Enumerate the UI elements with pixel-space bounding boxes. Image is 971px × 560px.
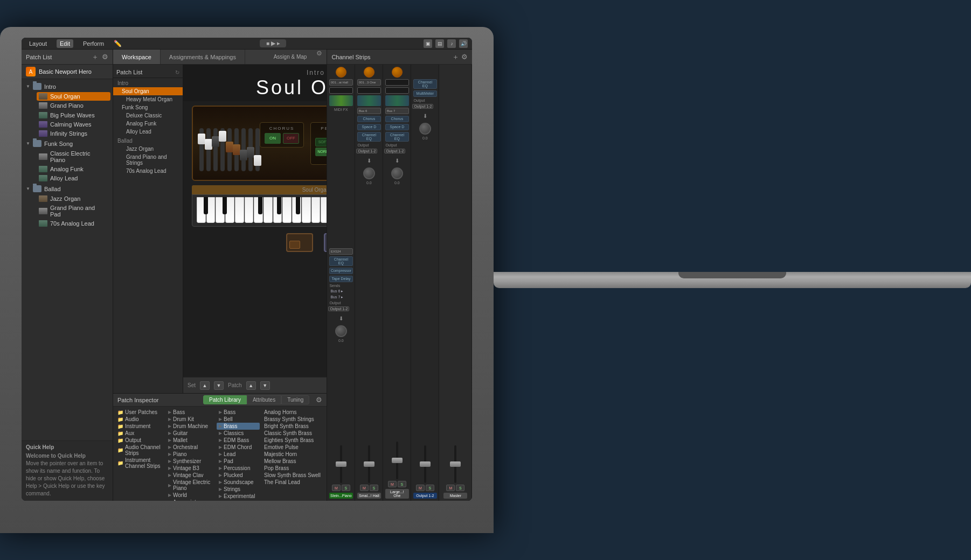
menu-layout[interactable]: Layout	[26, 39, 50, 48]
tree-group-ballad-header[interactable]: ▼ Ballad	[22, 184, 113, 194]
drawbar-track-6[interactable]	[234, 128, 239, 171]
solo-btn-3[interactable]: S	[398, 481, 406, 487]
pi-synthesizer[interactable]: ▶ Synthesizer	[166, 458, 214, 465]
fader-handle-master[interactable]	[450, 461, 461, 467]
tree-group-intro-header[interactable]: ▼ Intro	[22, 81, 113, 92]
white-key-10[interactable]	[282, 197, 292, 223]
audio-fx-2c[interactable]: Channel EQ	[357, 132, 381, 142]
drawbar-handle-6[interactable]	[233, 144, 240, 155]
audio-fx-2a[interactable]: Chorus	[357, 116, 381, 122]
patch-inspector-settings[interactable]: ⚙	[316, 396, 322, 404]
ws-patch-grand-strings[interactable]: Grand Piano and Strings	[113, 153, 183, 167]
expression-knob-3[interactable]	[392, 67, 403, 78]
pi-drum-machine[interactable]: ▶ Drum Machine	[166, 423, 214, 430]
channel-strips-add-btn[interactable]: ＋	[452, 52, 459, 62]
fader-handle-1[interactable]	[336, 461, 346, 467]
display-btn-2[interactable]: ▤	[435, 39, 444, 48]
mute-btn-1[interactable]: M	[332, 485, 341, 491]
pi-mellow-brass[interactable]: Mellow Brass	[262, 458, 327, 465]
white-key-6[interactable]	[245, 197, 254, 223]
down-arrow-3[interactable]: ⬇	[392, 155, 403, 166]
drawbar-track-1[interactable]	[199, 128, 204, 171]
white-key-9[interactable]	[273, 197, 282, 223]
drawbar-track-3[interactable]	[213, 128, 218, 171]
patch-item-calming[interactable]: Calming Waves	[24, 120, 110, 129]
patch-item-big-pulse[interactable]: Big Pulse Waves	[24, 111, 110, 120]
white-key-14[interactable]	[321, 197, 327, 223]
white-key-4[interactable]	[225, 197, 234, 223]
drawbar-handle-9[interactable]	[254, 155, 261, 166]
pi-tab-library[interactable]: Patch Library	[203, 395, 247, 404]
pi-plucked[interactable]: ▶ Plucked	[217, 472, 260, 479]
audio-fx-1a[interactable]: Channel EQ	[329, 256, 353, 266]
ws-patch-heavy-metal[interactable]: Heavy Metal Organ	[113, 95, 183, 103]
audio-fx-1c[interactable]: Tape Delay	[329, 276, 353, 282]
pi-analog-horns[interactable]: Analog Horns	[262, 409, 327, 416]
audio-btn[interactable]: ♪	[447, 39, 456, 48]
pi-bell[interactable]: ▶ Bell	[217, 416, 260, 423]
pi-pad[interactable]: ▶ Pad	[217, 458, 260, 465]
fader-handle-2[interactable]	[364, 461, 374, 467]
audio-fx-1b[interactable]: Compressor	[329, 268, 353, 274]
white-key-8[interactable]	[263, 197, 273, 223]
output-btn-4[interactable]: Output 1-2	[412, 104, 433, 109]
pedal-icon-1[interactable]	[286, 233, 313, 252]
pan-knob-3[interactable]	[391, 167, 403, 179]
set-next-btn[interactable]: ▼	[214, 381, 224, 390]
audio-fx-2b[interactable]: Space D	[357, 124, 381, 130]
white-key-5[interactable]	[235, 197, 244, 223]
pi-experimental[interactable]: ▶ Experimental	[217, 493, 260, 500]
pi-audio[interactable]: 📁 Audio	[115, 416, 164, 423]
pi-majestic-horn[interactable]: Majestic Horn	[262, 451, 327, 458]
ws-patch-70s-analog[interactable]: 70s Analog Lead	[113, 167, 183, 175]
patch-item-analog-funk[interactable]: Analog Funk	[37, 165, 110, 173]
gain-reduction-3[interactable]	[385, 87, 409, 94]
down-arrow-2[interactable]: ⬇	[364, 155, 374, 166]
solo-btn-2[interactable]: S	[370, 485, 378, 491]
output-btn-3[interactable]: Output 1-2	[384, 149, 405, 153]
pedal-icon-2[interactable]	[324, 233, 327, 252]
patch-prev-btn[interactable]: ▲	[246, 381, 256, 390]
pi-orchestral[interactable]: ▶ Orchestral	[166, 444, 214, 451]
pi-guitar[interactable]: ▶ Guitar	[166, 430, 214, 437]
pi-output[interactable]: 📁 Output	[115, 437, 164, 444]
patch-next-btn[interactable]: ▼	[260, 381, 270, 390]
drawbar-track-4[interactable]	[220, 128, 225, 171]
concert-item[interactable]: A Basic Newport Hero	[22, 65, 113, 79]
drawbar-track-8[interactable]	[248, 128, 253, 171]
pi-bright-brass[interactable]: Bright Synth Brass	[262, 423, 327, 430]
audio-fx-4b[interactable]: MultiMeter	[413, 90, 437, 97]
setting-dropdown-1[interactable]: 001...at Hall	[329, 79, 353, 86]
chorus-on-btn[interactable]: ON	[265, 133, 281, 144]
audio-fx-4a[interactable]: Channel EQ	[413, 79, 437, 89]
pi-bass[interactable]: ▶ Bass	[166, 409, 214, 416]
solo-btn-1[interactable]: S	[342, 485, 350, 491]
pi-vintage-clav[interactable]: ▶ Vintage Clav	[166, 472, 214, 479]
pi-strings[interactable]: ▶ Strings	[217, 486, 260, 493]
tab-workspace[interactable]: Workspace	[113, 50, 161, 64]
patch-item-70s-lead[interactable]: 70s Analog Lead	[37, 219, 110, 228]
pi-instrument-strips[interactable]: 📁 Instrument Channel Strips	[115, 457, 164, 470]
pi-final-lead[interactable]: The Final Lead	[262, 479, 327, 486]
ws-patch-soul-organ[interactable]: Soul Organ	[113, 87, 183, 95]
pi-tab-attributes[interactable]: Attributes	[247, 395, 281, 404]
assign-map-btn[interactable]: Assign & Map	[268, 50, 313, 64]
drawbar-handle-4[interactable]	[219, 131, 226, 142]
white-key-2[interactable]	[206, 197, 216, 223]
pi-vintage-ep[interactable]: ▶ Vintage Electric Piano	[166, 479, 214, 492]
drawbar-track-5[interactable]	[227, 128, 232, 171]
down-arrow-1[interactable]: ⬇	[336, 313, 346, 324]
patch-item-grand-piano[interactable]: Grand Piano	[37, 101, 110, 110]
down-arrow-4[interactable]: ⬇	[420, 110, 431, 121]
volume-btn[interactable]: 🔊	[459, 39, 468, 48]
drawbar-track-9[interactable]	[255, 128, 260, 171]
pi-vintage-b3[interactable]: ▶ Vintage B3	[166, 465, 214, 472]
ws-patch-analog-funk2[interactable]: Analog Funk	[113, 120, 183, 128]
pan-knob-2[interactable]	[363, 167, 375, 179]
pi-brass[interactable]: ▶ Brass	[217, 423, 260, 430]
drawbar-track-2[interactable]	[206, 128, 211, 171]
input-dropdown-1[interactable]: EXS24	[329, 248, 353, 255]
pi-audio-strips[interactable]: 📁 Audio Channel Strips	[115, 444, 164, 457]
gain-reduction-2[interactable]	[357, 87, 381, 94]
ws-patch-deluxe[interactable]: Deluxe Classic	[113, 111, 183, 120]
